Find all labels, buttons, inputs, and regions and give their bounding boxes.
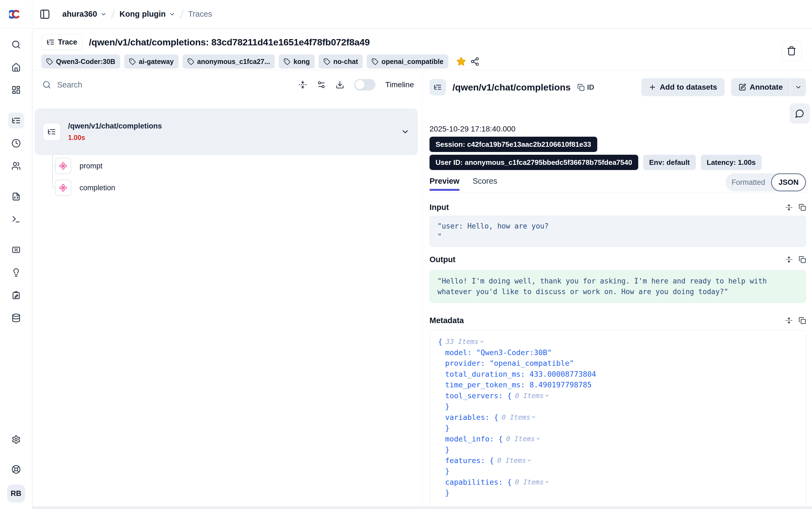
sidebar-item-playground[interactable] — [8, 211, 24, 227]
tree-item-completion[interactable]: completion — [35, 177, 418, 199]
bottom-scrollbar-track[interactable] — [32, 506, 812, 509]
trace-tag[interactable]: Qwen3-Coder:30B — [41, 55, 120, 69]
collapse-section-button[interactable] — [785, 256, 792, 263]
json-value: : "openai_compatible" — [481, 358, 574, 369]
output-heading: Output — [430, 255, 455, 264]
sidebar-item-datasets[interactable] — [8, 310, 24, 326]
items-count-badge[interactable]: 0 Items — [502, 412, 536, 423]
tab-preview[interactable]: Preview — [430, 177, 459, 190]
tree-settings-button[interactable] — [317, 80, 326, 89]
delete-trace-button[interactable] — [781, 41, 802, 61]
json-brace: } — [445, 466, 449, 477]
tree-toolbar: Timeline — [298, 79, 414, 91]
chevron-down-icon — [795, 83, 802, 91]
items-count-label: 0 Items — [506, 434, 535, 444]
share-button[interactable] — [470, 57, 479, 66]
items-count-label: 0 Items — [515, 477, 544, 488]
items-count-badge[interactable]: 0 Items — [515, 391, 550, 401]
user-id-badge[interactable]: User ID: anonymous_c1fca2795bbedc5f36678… — [430, 155, 638, 170]
list-tree-icon — [47, 127, 56, 136]
tag-icon — [284, 58, 290, 65]
sidebar-item-support[interactable] — [8, 462, 24, 477]
chevron-down-icon — [544, 479, 550, 485]
sidebar-item-settings[interactable] — [8, 432, 24, 447]
json-brace: : { — [499, 391, 512, 401]
output-section-header: Output — [430, 255, 806, 264]
timeline-toggle[interactable] — [354, 79, 375, 91]
sidebar-item-evaluation[interactable] — [8, 242, 24, 258]
event-icon — [55, 158, 71, 174]
input-line: " — [437, 232, 442, 241]
copy-button[interactable] — [799, 317, 806, 324]
items-count-badge[interactable]: 0 Items — [515, 477, 550, 488]
trace-tag[interactable]: no-chat — [319, 55, 363, 69]
app-logo[interactable] — [0, 0, 32, 28]
trace-tag[interactable]: kong — [279, 55, 315, 69]
json-line: tool_servers: {0 Items — [438, 391, 798, 401]
json-key: features — [445, 455, 481, 466]
view-json-option[interactable]: JSON — [771, 173, 806, 191]
sidebar-item-llm-judge[interactable] — [8, 265, 24, 280]
download-button[interactable] — [335, 80, 344, 89]
chevron-down-icon — [479, 339, 485, 344]
breadcrumb-section[interactable]: Kong plugin — [119, 9, 175, 19]
comment-bubble-icon — [795, 109, 804, 118]
tree-root-row[interactable]: /qwen/v1/chat/completions 1.00s — [35, 108, 418, 155]
badge-row-user: User ID: anonymous_c1fca2795bbedc5f36678… — [430, 155, 806, 170]
breadcrumb-project[interactable]: ahura360 — [62, 9, 107, 19]
trace-tag[interactable]: ai-gateway — [124, 55, 179, 69]
json-brace: } — [445, 422, 449, 434]
sidebar-item-dashboards[interactable] — [8, 82, 24, 98]
trace-tag[interactable]: anonymous_c1fca27... — [183, 55, 275, 69]
sidebar-footer: RB — [7, 432, 25, 509]
input-heading: Input — [430, 203, 449, 212]
copy-icon — [799, 256, 806, 263]
tree-item-prompt[interactable]: prompt — [35, 155, 418, 177]
metadata-section-actions — [785, 317, 806, 324]
sliders-icon — [317, 80, 326, 89]
items-count-badge[interactable]: 0 Items — [506, 434, 541, 444]
sidebar-item-annotation[interactable] — [8, 287, 24, 303]
tree-root-latency: 1.00s — [68, 134, 162, 142]
sidebar-item-prompts[interactable] — [8, 189, 24, 204]
panels: Timeline /qwen/v1/chat/completions 1.00s — [33, 71, 812, 506]
toggle-knob — [355, 80, 365, 90]
app-logo-icon — [9, 7, 23, 21]
items-count-badge[interactable]: 0 Items — [497, 455, 532, 466]
sidebar-item-home[interactable] — [8, 59, 24, 75]
chevron-down-icon[interactable] — [401, 127, 410, 136]
annotate-dropdown-button[interactable] — [790, 78, 806, 96]
copy-button[interactable] — [799, 256, 806, 263]
avatar[interactable]: RB — [7, 484, 25, 503]
list-tree-icon — [11, 116, 21, 125]
chevron-down-icon — [526, 457, 532, 463]
add-to-datasets-button[interactable]: Add to datasets — [641, 78, 725, 96]
collapse-section-button[interactable] — [785, 317, 792, 324]
sidebar-item-sessions[interactable] — [8, 135, 24, 151]
breadcrumb-page[interactable]: Traces — [188, 9, 212, 19]
search-input[interactable] — [57, 80, 292, 90]
view-formatted-option[interactable]: Formatted — [726, 173, 771, 191]
annotate-button[interactable]: Annotate — [731, 78, 790, 96]
collapse-all-button[interactable] — [298, 80, 307, 89]
comments-button[interactable] — [789, 103, 810, 124]
trace-tag[interactable]: openai_compatible — [367, 55, 448, 69]
fold-vertical-icon — [785, 317, 792, 324]
sidebar-item-users[interactable] — [8, 158, 24, 174]
collapse-section-button[interactable] — [785, 204, 792, 211]
json-line: variables: {0 Items — [438, 412, 798, 423]
copy-id-button[interactable]: ID — [577, 83, 594, 92]
session-badge[interactable]: Session: c42fca19b75e13aac2b2106610f81e3… — [430, 137, 597, 152]
sidebar-item-tracing[interactable] — [8, 113, 24, 129]
json-line: features: {0 Items — [438, 455, 798, 466]
tab-scores[interactable]: Scores — [473, 177, 497, 190]
sidebar-toggle-button[interactable] — [39, 9, 50, 20]
tree-item-label: prompt — [79, 162, 103, 170]
copy-button[interactable] — [799, 204, 806, 211]
items-count-badge[interactable]: 33 Items — [446, 336, 484, 347]
items-count-label: 0 Items — [497, 455, 526, 466]
sidebar-item-search[interactable] — [8, 37, 24, 53]
trace-tag-label: anonymous_c1fca27... — [197, 58, 270, 66]
bookmark-star-button[interactable] — [456, 56, 467, 67]
trace-title-row: Trace /qwen/v1/chat/completions: 83cd782… — [41, 34, 812, 50]
